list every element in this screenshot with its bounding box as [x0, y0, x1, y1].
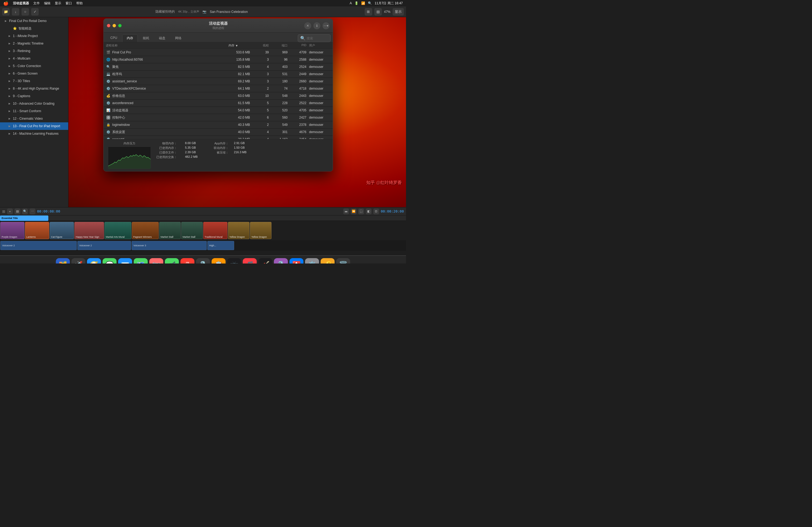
dock-item-garage-band[interactable]: 🎸: [258, 258, 272, 264]
toolbar-fwd-btn[interactable]: ○: [21, 8, 29, 16]
table-row[interactable]: 🌐 http://localhost:60766 135.8 MB 3 96 2…: [104, 56, 333, 63]
toolbar-grid-btn[interactable]: ⊞: [365, 8, 372, 16]
timeline-play-begin-btn[interactable]: ⏮: [343, 209, 349, 214]
timeline-audio-clip[interactable]: Voiceover 3: [132, 241, 207, 250]
menu-item-file[interactable]: 文件: [33, 1, 40, 6]
dock-item-keychain[interactable]: 🔑: [321, 258, 335, 264]
timeline-play-prev-btn[interactable]: ⏪: [351, 209, 357, 214]
table-row[interactable]: 💻 程序坞 82.1 MB 3 531 2449 demouser: [104, 71, 333, 78]
sidebar-item-4[interactable]: ▶4 - Multicam: [0, 55, 68, 62]
menu-item-help[interactable]: 帮助: [76, 1, 83, 6]
minimize-button[interactable]: [113, 24, 116, 27]
am-search-box[interactable]: 🔍: [298, 34, 331, 42]
table-row[interactable]: 🔍 聚焦 82.5 MB 4 403 2524 demouser: [104, 63, 333, 71]
table-row[interactable]: 💰 价格信息 63.0 MB 10 548 2443 demouser: [104, 92, 333, 100]
timeline-zoom-btn[interactable]: 🔍: [22, 209, 28, 214]
timeline-headphones-btn[interactable]: 🎧: [358, 209, 364, 214]
dock-item-photos[interactable]: 📷: [149, 258, 163, 264]
col-memory[interactable]: 内存 ▼: [229, 44, 255, 47]
menu-item-view[interactable]: 显示: [55, 1, 61, 6]
table-row[interactable]: ⚙️ 系统设置 40.0 MB 4 301 4676 demouser: [104, 129, 333, 136]
am-more-btn[interactable]: ⋯▾: [322, 22, 330, 29]
hidden-rejected-label[interactable]: 隐藏被拒绝的: [156, 10, 175, 14]
sidebar-item-11[interactable]: ▶11 - Smart Conform: [0, 107, 68, 115]
tab-energy[interactable]: 能耗: [138, 34, 154, 42]
dock-item-music[interactable]: 🎵: [243, 258, 257, 264]
sidebar-item-1[interactable]: ▶1 - iMovie Project: [0, 32, 68, 40]
timeline-audio-clip[interactable]: Voiceover 2: [77, 241, 131, 250]
timeline-full-btn[interactable]: ⊡: [373, 209, 379, 214]
toolbar-library-btn[interactable]: 📁: [2, 8, 10, 16]
sidebar-item-6[interactable]: ▶6 - Green Screen: [0, 70, 68, 77]
col-process-name[interactable]: 进程名称: [106, 44, 229, 47]
toolbar-back-btn[interactable]: ↓: [12, 8, 19, 16]
timeline-video-clip[interactable]: Market Stall: [159, 222, 181, 239]
col-user[interactable]: 用户: [309, 44, 331, 47]
sidebar-item-8[interactable]: ▶8 - 4K and High Dynamic Range: [0, 85, 68, 92]
sidebar-item-5[interactable]: ▶5 - Color Correction: [0, 62, 68, 70]
am-close-x-btn[interactable]: ✕: [304, 22, 311, 29]
table-row[interactable]: 📊 活动监视器 54.0 MB 5 520 4705 demouser: [104, 107, 333, 114]
col-ports[interactable]: 端口: [274, 44, 293, 47]
timeline-more-btn[interactable]: ⋯: [30, 209, 35, 214]
table-row[interactable]: ⚙️ VTDecoderXPCService 64.1 MB 2 74 4718…: [104, 85, 333, 92]
sidebar-item-14[interactable]: ▶14 - Machine Learning Features: [0, 130, 68, 137]
dock-item-trash[interactable]: 🗑️: [336, 258, 350, 264]
menu-item-window[interactable]: 窗口: [66, 1, 72, 6]
dock-item-finder[interactable]: 🗂️: [56, 258, 70, 264]
dock-item-launchpad[interactable]: 🚀: [71, 258, 85, 264]
timeline-video-clip[interactable]: Pageant Winners: [132, 222, 159, 239]
col-threads[interactable]: 线程: [255, 44, 274, 47]
table-row[interactable]: 🎛️ 控制中心 42.0 MB 6 560 2427 demouser: [104, 114, 333, 121]
am-info-btn[interactable]: ℹ: [313, 22, 320, 29]
sidebar-item-2[interactable]: ▶2 - Magnetic Timeline: [0, 40, 68, 47]
timeline-video-clip[interactable]: Traditional Mural: [203, 222, 228, 239]
timeline-video-clip[interactable]: Market Stall: [181, 222, 203, 239]
timeline-tracks[interactable]: Essential Title Purple Dragon Lanterns C…: [0, 215, 406, 255]
toolbar-check-btn[interactable]: ✓: [31, 8, 39, 16]
toolbar-display-btn[interactable]: 显示: [393, 8, 404, 16]
toolbar-list-btn[interactable]: ▤: [374, 8, 382, 16]
sidebar-item-7[interactable]: ▶7 - 3D Titles: [0, 77, 68, 85]
timeline-video-clip[interactable]: Yellow Dragon: [250, 222, 272, 239]
close-button[interactable]: [107, 24, 110, 27]
sidebar-item-10[interactable]: ▶10 - Advanced Color Grading: [0, 100, 68, 107]
dock-item-safari[interactable]: 🧭: [87, 258, 101, 264]
dock-item-facetime[interactable]: 📹: [165, 258, 179, 264]
am-search-input[interactable]: [307, 36, 328, 40]
col-pid[interactable]: PID: [293, 44, 309, 47]
dock-item-reminders[interactable]: 📋: [212, 258, 226, 264]
dock-item-system-prefs[interactable]: ⚙️: [305, 258, 319, 264]
tab-disk[interactable]: 磁盘: [155, 34, 170, 42]
apple-menu[interactable]: 🍎: [3, 1, 9, 6]
timeline-video-clip[interactable]: Happy New Year Sign: [74, 222, 104, 239]
timeline-add-btn[interactable]: +: [7, 209, 13, 214]
essential-title-clip[interactable]: Essential Title: [0, 215, 48, 221]
dock-item-voice-memos[interactable]: 🎙️: [196, 258, 210, 264]
timeline-slow-btn[interactable]: ◧: [366, 209, 372, 214]
table-row[interactable]: ⚙️ avconferenced 61.5 MB 5 228 2522 demo…: [104, 100, 333, 107]
timeline-video-clip[interactable]: Martial Arts Mural: [104, 222, 131, 239]
tab-network[interactable]: 网络: [171, 34, 186, 42]
sidebar-item-3[interactable]: ▶3 - Retiming: [0, 47, 68, 55]
timeline-video-clip[interactable]: Cat Figure: [50, 222, 74, 239]
dock-item-app-store[interactable]: 🅰️: [289, 258, 303, 264]
timeline-video-clip[interactable]: Lanterns: [25, 222, 49, 239]
table-row[interactable]: 🔒 loginwindow 40.3 MB 2 549 2378 demouse…: [104, 121, 333, 129]
timeline-audio-clip[interactable]: Voiceover 2: [0, 241, 77, 250]
sidebar-item-9[interactable]: ▶9 - Captions: [0, 92, 68, 100]
tab-memory[interactable]: 内存: [122, 34, 138, 42]
table-row[interactable]: 🎬 Final Cut Pro 533.6 MB 39 969 4709 dem…: [104, 49, 333, 56]
timeline-video-clip[interactable]: Purple Dragon: [0, 222, 25, 239]
menubar-search-icon[interactable]: 🔍: [368, 1, 372, 5]
timeline-video-clip[interactable]: Yellow Dragon: [228, 222, 249, 239]
dock-item-maps[interactable]: 🗺️: [134, 258, 148, 264]
dock-item-podcasts[interactable]: 🎙️: [274, 258, 288, 264]
sidebar-item-13[interactable]: ▶13 - Final Cut Pro for iPad Import: [0, 122, 68, 130]
maximize-button[interactable]: [118, 24, 122, 27]
tab-cpu[interactable]: CPU: [106, 34, 122, 42]
menu-item-edit[interactable]: 编辑: [44, 1, 50, 6]
dock-item-messages[interactable]: 💬: [103, 258, 117, 264]
menu-item-activity-monitor[interactable]: 活动监视器: [13, 1, 29, 6]
table-row[interactable]: ⚙️ assistant_service 69.2 MB 3 180 2660 …: [104, 78, 333, 85]
